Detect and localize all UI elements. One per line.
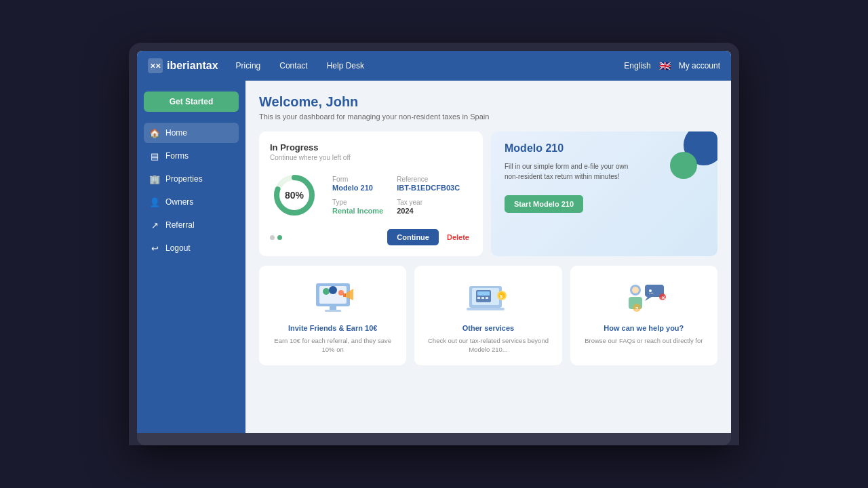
help-desc: Browse our FAQs or reach out directly fo… bbox=[585, 336, 703, 345]
logo-icon: ✕✕ bbox=[148, 58, 163, 73]
logo-text: iberiantax bbox=[167, 60, 218, 72]
sidebar-item-referral[interactable]: ↗ Referral bbox=[144, 215, 239, 235]
nav-helpdesk[interactable]: Help Desk bbox=[323, 58, 368, 73]
bottom-service-cards: Invite Friends & Earn 10€ Earn 10€ for e… bbox=[259, 266, 717, 365]
detail-col-left: Form Modelo 210 Type Rental Income bbox=[332, 176, 383, 215]
tax-year-label-group: Tax year 2024 bbox=[397, 199, 460, 215]
invite-icon-area bbox=[306, 277, 360, 317]
help-title: How can we help you? bbox=[604, 324, 684, 332]
dot-2[interactable] bbox=[277, 235, 282, 240]
sidebar-item-forms[interactable]: ▤ Forms bbox=[144, 146, 239, 166]
form-label-group: Form Modelo 210 bbox=[332, 176, 383, 192]
sidebar-referral-label: Referral bbox=[165, 220, 195, 230]
my-account-link[interactable]: My account bbox=[679, 61, 720, 70]
sidebar-item-logout[interactable]: ↩ Logout bbox=[144, 238, 239, 258]
get-started-button[interactable]: Get Started bbox=[144, 92, 239, 112]
svg-point-6 bbox=[338, 290, 344, 296]
navbar-left: ✕✕ iberiantax Pricing Contact Help Desk bbox=[148, 58, 368, 73]
start-modelo-button[interactable]: Start Modelo 210 bbox=[505, 195, 583, 213]
svg-text:$: $ bbox=[500, 294, 502, 300]
sidebar-logout-label: Logout bbox=[165, 243, 191, 253]
detail-col-right: Reference IBT-B1EDCFB03C Tax year 2024 bbox=[397, 176, 460, 215]
invite-title: Invite Friends & Earn 10€ bbox=[288, 324, 377, 332]
laptop-frame: ✕✕ iberiantax Pricing Contact Help Desk … bbox=[129, 43, 739, 445]
sidebar-item-home[interactable]: 🏠 Home bbox=[144, 123, 239, 143]
svg-text:...: ... bbox=[649, 289, 654, 295]
help-icon-area: ... ✕ ? bbox=[616, 277, 671, 317]
navbar: ✕✕ iberiantax Pricing Contact Help Desk … bbox=[137, 51, 731, 81]
carousel-dots bbox=[270, 235, 282, 240]
reference-label-group: Reference IBT-B1EDCFB03C bbox=[397, 176, 460, 192]
dot-1[interactable] bbox=[270, 235, 275, 240]
modelo-210-card: Modelo 210 Fill in our simple form and e… bbox=[491, 131, 717, 256]
nav-pricing[interactable]: Pricing bbox=[232, 58, 265, 73]
svg-rect-7 bbox=[330, 306, 336, 310]
sidebar-owners-label: Owners bbox=[165, 197, 193, 207]
help-card: ... ✕ ? How can we help you? Browse our … bbox=[570, 266, 717, 365]
svg-point-5 bbox=[329, 286, 337, 294]
home-icon: 🏠 bbox=[149, 127, 160, 138]
services-icon-area: $ bbox=[461, 277, 515, 317]
type-label-group: Type Rental Income bbox=[332, 199, 383, 215]
other-services-card: $ Other services Check out our tax-relat… bbox=[414, 266, 561, 365]
progress-card: In Progress Continue where you left off … bbox=[259, 131, 483, 256]
welcome-title: Welcome, John bbox=[259, 94, 717, 110]
other-services-desc: Check out our tax-related services beyon… bbox=[425, 336, 551, 354]
language-label[interactable]: English bbox=[624, 61, 650, 70]
svg-rect-16 bbox=[477, 297, 480, 299]
svg-marker-26 bbox=[645, 297, 652, 301]
continue-where-label: Continue where you left off bbox=[270, 154, 472, 161]
svg-point-4 bbox=[323, 288, 330, 295]
form-details: Form Modelo 210 Type Rental Income bbox=[332, 176, 472, 215]
form-value[interactable]: Modelo 210 bbox=[332, 184, 383, 192]
card-actions: Continue Delete bbox=[387, 229, 472, 245]
form-label: Form bbox=[332, 176, 383, 183]
other-services-title: Other services bbox=[462, 324, 514, 332]
services-illustration: $ bbox=[461, 277, 515, 317]
svg-text:✕: ✕ bbox=[661, 296, 665, 300]
sidebar-item-owners[interactable]: 👤 Owners bbox=[144, 192, 239, 212]
laptop-base bbox=[137, 433, 731, 445]
deco-circle-2 bbox=[670, 152, 697, 179]
help-illustration: ... ✕ ? bbox=[616, 277, 671, 317]
owners-icon: 👤 bbox=[149, 197, 160, 207]
nav-links: Pricing Contact Help Desk bbox=[232, 58, 368, 73]
sidebar-item-properties[interactable]: 🏢 Properties bbox=[144, 169, 239, 189]
card-footer: Continue Delete bbox=[270, 229, 472, 245]
logo: ✕✕ iberiantax bbox=[148, 58, 218, 73]
logout-icon: ↩ bbox=[149, 243, 160, 253]
sidebar-home-label: Home bbox=[165, 128, 187, 138]
svg-rect-15 bbox=[477, 291, 490, 296]
svg-rect-17 bbox=[481, 297, 484, 299]
welcome-subtitle: This is your dashboard for managing your… bbox=[259, 113, 717, 121]
top-cards-row: In Progress Continue where you left off … bbox=[259, 131, 717, 256]
nav-contact[interactable]: Contact bbox=[275, 58, 311, 73]
sidebar-forms-label: Forms bbox=[165, 151, 189, 161]
tax-year-label: Tax year bbox=[397, 199, 460, 206]
type-value: Rental Income bbox=[332, 207, 383, 215]
svg-rect-10 bbox=[343, 293, 346, 297]
sidebar: Get Started 🏠 Home ▤ Forms 🏢 Properties … bbox=[137, 81, 245, 433]
invite-illustration bbox=[306, 277, 360, 317]
modelo-description: Fill in our simple form and e-file your … bbox=[505, 161, 640, 182]
type-label: Type bbox=[332, 199, 383, 206]
main-content: Welcome, John This is your dashboard for… bbox=[245, 81, 731, 433]
svg-rect-8 bbox=[325, 310, 341, 312]
tax-year-value: 2024 bbox=[397, 207, 460, 215]
referral-icon: ↗ bbox=[149, 220, 160, 230]
svg-text:?: ? bbox=[635, 306, 639, 312]
navbar-right: English 🇬🇧 My account bbox=[624, 60, 720, 71]
donut-chart: 80% bbox=[270, 171, 319, 220]
modelo-title: Modelo 210 bbox=[505, 142, 707, 155]
forms-icon: ▤ bbox=[149, 150, 160, 161]
in-progress-label: In Progress bbox=[270, 142, 472, 152]
invite-card: Invite Friends & Earn 10€ Earn 10€ for e… bbox=[259, 266, 406, 365]
progress-percent: 80% bbox=[285, 190, 304, 201]
continue-button[interactable]: Continue bbox=[387, 229, 439, 245]
reference-value[interactable]: IBT-B1EDCFB03C bbox=[397, 184, 460, 192]
progress-content: 80% Form Modelo 210 Type bbox=[270, 171, 472, 220]
svg-point-23 bbox=[632, 287, 639, 293]
flag-icon: 🇬🇧 bbox=[659, 60, 671, 71]
main-layout: Get Started 🏠 Home ▤ Forms 🏢 Properties … bbox=[137, 81, 731, 433]
delete-button[interactable]: Delete bbox=[444, 229, 472, 245]
